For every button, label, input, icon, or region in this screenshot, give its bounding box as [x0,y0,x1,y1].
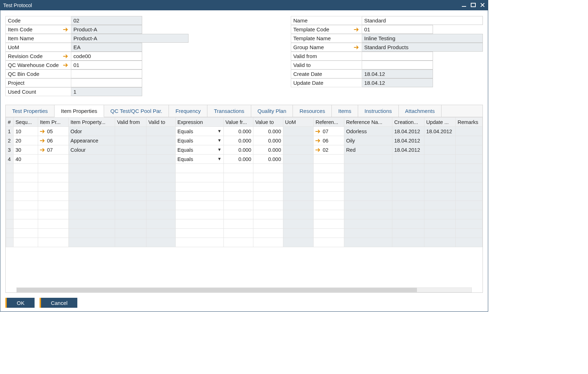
cell[interactable]: 18.04.2012 [392,127,424,136]
valid_to-input[interactable] [362,61,433,69]
cell[interactable] [314,155,344,164]
cell[interactable]: Oily [344,136,392,145]
col-header[interactable]: UoM [283,118,314,127]
project-input[interactable] [71,78,142,87]
cell[interactable] [392,155,424,164]
col-header[interactable]: Value fr... [223,118,253,127]
cell[interactable]: 02 [314,145,344,155]
cell[interactable] [115,155,146,164]
cell[interactable]: 30 [14,145,38,155]
cell[interactable]: 07 [38,145,68,155]
link-arrow-icon[interactable] [354,27,360,32]
tab-frequency[interactable]: Frequency [169,105,207,117]
cell[interactable]: 18.04.2012 [392,145,424,155]
cell[interactable] [115,127,146,136]
cell[interactable]: 2 [6,136,14,145]
col-header[interactable]: Item Property... [68,118,115,127]
cell[interactable]: 0.000 [253,127,283,136]
template_code-input[interactable]: 01 [362,25,433,34]
cell[interactable]: 3 [6,145,14,155]
col-header[interactable]: Sequ... [14,118,38,127]
cell[interactable]: 06 [314,136,344,145]
cell[interactable] [146,136,175,145]
chevron-down-icon[interactable]: ▼ [217,138,222,143]
cell[interactable]: 0.000 [223,127,253,136]
grid-horizontal-scrollbar[interactable] [16,287,472,292]
cell[interactable] [424,145,456,155]
link-arrow-icon[interactable] [63,63,69,67]
cell[interactable]: 0.000 [223,145,253,155]
cell[interactable] [344,155,392,164]
cell[interactable]: Odorless [344,127,392,136]
cell[interactable]: 18.04.2012 [424,127,456,136]
cell[interactable] [115,145,146,155]
link-arrow-icon[interactable] [40,148,46,152]
cell[interactable]: Equals▼ [175,127,223,136]
name-input[interactable]: Standard [362,16,483,25]
table-row[interactable]: 11005OdorEquals▼0.0000.00007Odorless18.0… [6,127,483,136]
cell[interactable] [455,155,482,164]
table-row-empty[interactable] [6,173,483,182]
titlebar[interactable]: Test Protocol [0,0,488,10]
cell[interactable]: 40 [14,155,38,164]
cell[interactable]: Red [344,145,392,155]
cell[interactable] [424,155,456,164]
cell[interactable]: Odor [68,127,115,136]
table-row[interactable]: 22006AppearanceEquals▼0.0000.00006Oily18… [6,136,483,145]
valid_from-input[interactable] [362,52,433,61]
col-header[interactable]: Expression [175,118,223,127]
col-header[interactable]: Item Pr... [38,118,68,127]
cell[interactable]: Equals▼ [175,136,223,145]
tab-attachments[interactable]: Attachments [399,105,442,117]
cell[interactable] [283,136,314,145]
cell[interactable] [283,155,314,164]
close-icon[interactable] [480,2,485,9]
col-header[interactable]: Value to [253,118,283,127]
cell[interactable]: Equals▼ [175,145,223,155]
table-row-empty[interactable] [6,219,483,229]
table-row-empty[interactable] [6,201,483,210]
chevron-down-icon[interactable]: ▼ [217,129,222,134]
cell[interactable] [455,127,482,136]
cell[interactable]: Colour [68,145,115,155]
link-arrow-icon[interactable] [354,45,360,50]
cell[interactable]: 0.000 [253,145,283,155]
cell[interactable] [146,145,175,155]
cell[interactable] [115,136,146,145]
cell[interactable]: 1 [6,127,14,136]
cancel-button[interactable]: Cancel [40,298,78,308]
minimize-icon[interactable] [461,2,466,9]
link-arrow-icon[interactable] [63,27,69,32]
table-row-empty[interactable] [6,192,483,201]
link-arrow-icon[interactable] [315,139,321,143]
table-row-empty[interactable] [6,229,483,238]
tab-quality-plan[interactable]: Quality Plan [251,105,293,117]
tab-qc-test-qc-pool-par-[interactable]: QC Test/QC Pool Par. [104,105,169,117]
cell[interactable]: 06 [38,136,68,145]
link-arrow-icon[interactable] [315,129,321,134]
revision_code-input[interactable]: code00 [71,52,142,61]
scrollbar-thumb[interactable] [17,288,417,292]
cell[interactable] [283,145,314,155]
tab-resources[interactable]: Resources [293,105,332,117]
cell[interactable]: 10 [14,127,38,136]
link-arrow-icon[interactable] [315,148,321,152]
tab-instructions[interactable]: Instructions [358,105,399,117]
cell[interactable]: 05 [38,127,68,136]
tab-test-properties[interactable]: Test Properties [6,105,55,117]
link-arrow-icon[interactable] [63,54,69,58]
table-row-empty[interactable] [6,238,483,247]
table-row[interactable]: 440Equals▼0.0000.000 [6,155,483,164]
cell[interactable]: 0.000 [223,136,253,145]
link-arrow-icon[interactable] [40,129,46,134]
col-header[interactable]: Creation... [392,118,424,127]
link-arrow-icon[interactable] [40,139,46,143]
tab-items[interactable]: Items [332,105,358,117]
cell[interactable]: 18.04.2012 [392,136,424,145]
cell[interactable]: 20 [14,136,38,145]
qc_wh-input[interactable]: 01 [71,61,142,69]
cell[interactable]: 07 [314,127,344,136]
table-row-empty[interactable] [6,164,483,173]
col-header[interactable]: Referen... [314,118,344,127]
cell[interactable]: 0.000 [223,155,253,164]
